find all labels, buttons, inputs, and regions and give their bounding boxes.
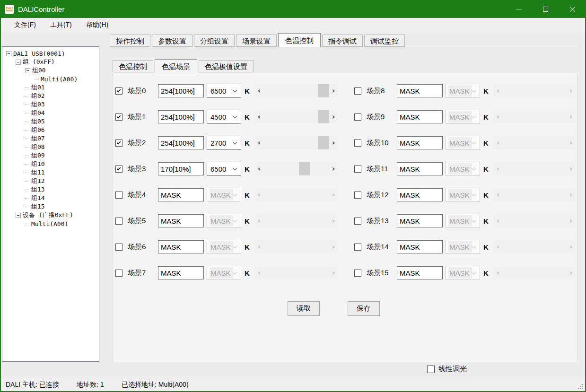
tree-item[interactable]: 组04 bbox=[2, 109, 99, 117]
tree-expander-icon[interactable] bbox=[16, 213, 21, 218]
sub-tab[interactable]: 色温控制 bbox=[113, 60, 153, 72]
scene-temp-scrollbar[interactable]: ‹ › bbox=[255, 110, 338, 123]
scrollbar-right-arrow-icon[interactable]: › bbox=[329, 84, 338, 97]
scrollbar-left-arrow-icon[interactable]: ‹ bbox=[255, 162, 263, 175]
main-tab[interactable]: 操作控制 bbox=[110, 35, 150, 47]
tree-item[interactable]: 组15 bbox=[2, 202, 99, 211]
scene-checkbox[interactable] bbox=[354, 166, 361, 173]
scene-level-input[interactable] bbox=[158, 240, 204, 253]
scene-temp-scrollbar[interactable]: ‹ › bbox=[255, 84, 338, 97]
tree-item[interactable]: 组00 bbox=[2, 66, 99, 75]
tree-item[interactable]: 组05 bbox=[2, 117, 99, 126]
menu-item[interactable]: 文件(F) bbox=[13, 20, 37, 30]
scrollbar-thumb[interactable] bbox=[318, 84, 329, 97]
tree-item[interactable]: 设备 (广播0xFF) bbox=[2, 211, 99, 219]
tree-item[interactable]: 组01 bbox=[2, 83, 99, 92]
scene-checkbox[interactable] bbox=[115, 244, 122, 251]
scene-temp-select[interactable]: 6500 bbox=[207, 162, 241, 176]
scene-level-input[interactable] bbox=[158, 84, 204, 97]
scene-temp-scrollbar[interactable]: ‹ › bbox=[255, 136, 338, 149]
tree-item[interactable]: 组02 bbox=[2, 92, 99, 100]
tree-item[interactable]: Multi(A00) bbox=[2, 219, 99, 228]
scene-checkbox[interactable] bbox=[354, 113, 361, 121]
scrollbar-right-arrow-icon[interactable]: › bbox=[329, 136, 338, 149]
main-tab[interactable]: 调试监控 bbox=[364, 35, 405, 47]
scene-checkbox[interactable] bbox=[115, 166, 122, 173]
scene-level-input[interactable] bbox=[397, 110, 443, 123]
scene-temp-select[interactable]: 2700 bbox=[207, 136, 241, 150]
scene-row: 场景7 MASK K ‹ › bbox=[115, 266, 338, 280]
main-tab[interactable]: 参数设置 bbox=[152, 35, 192, 47]
scene-checkbox[interactable] bbox=[354, 244, 361, 251]
tree-item[interactable]: 组14 bbox=[2, 194, 99, 202]
tree-item[interactable]: 组09 bbox=[2, 151, 99, 160]
tree-item[interactable]: DALI USB(0001) bbox=[2, 49, 99, 58]
sub-tab[interactable]: 色温场景 bbox=[155, 59, 197, 73]
main-tab[interactable]: 分组设置 bbox=[194, 35, 235, 47]
tree-expander-icon[interactable] bbox=[16, 60, 21, 65]
tree-item[interactable]: 组10 bbox=[2, 160, 99, 168]
resize-grip[interactable] bbox=[578, 384, 583, 389]
close-button[interactable] bbox=[559, 0, 586, 18]
linear-dimming-option[interactable]: 线性调光 bbox=[427, 365, 467, 374]
scrollbar-thumb[interactable] bbox=[299, 162, 310, 175]
scrollbar-left-arrow-icon[interactable]: ‹ bbox=[255, 84, 263, 97]
scene-level-input[interactable] bbox=[158, 214, 204, 227]
tree-item[interactable]: 组07 bbox=[2, 134, 99, 143]
scene-level-input[interactable] bbox=[397, 240, 443, 253]
save-button[interactable]: 保存 bbox=[348, 301, 380, 316]
main-tab[interactable]: 色温控制 bbox=[278, 33, 321, 47]
scene-temp-select[interactable]: 4500 bbox=[207, 110, 241, 124]
tree-item[interactable]: 组08 bbox=[2, 143, 99, 151]
scene-checkbox[interactable] bbox=[115, 218, 122, 225]
tree-item[interactable]: 组13 bbox=[2, 185, 99, 194]
tree-item[interactable]: 组11 bbox=[2, 168, 99, 177]
minimize-button[interactable] bbox=[505, 0, 532, 18]
scene-checkbox[interactable] bbox=[115, 139, 122, 147]
scene-level-input[interactable] bbox=[397, 162, 443, 175]
main-tab[interactable]: 指令调试 bbox=[322, 35, 363, 47]
scrollbar-right-arrow-icon[interactable]: › bbox=[329, 162, 338, 175]
scene-level-input[interactable] bbox=[158, 162, 204, 175]
scene-checkbox[interactable] bbox=[115, 270, 122, 277]
scene-checkbox[interactable] bbox=[115, 192, 122, 199]
scene-checkbox[interactable] bbox=[354, 218, 361, 225]
chevron-down-icon bbox=[472, 166, 476, 171]
scene-level-input[interactable] bbox=[397, 84, 443, 97]
tree-item[interactable]: 组06 bbox=[2, 126, 99, 134]
scene-level-input[interactable] bbox=[158, 136, 204, 149]
read-button[interactable]: 读取 bbox=[288, 301, 320, 316]
scrollbar-right-arrow-icon[interactable]: › bbox=[329, 110, 338, 123]
menu-item[interactable]: 工具(T) bbox=[49, 20, 73, 30]
menu-item[interactable]: 帮助(H) bbox=[85, 20, 110, 30]
tree-item[interactable]: 组03 bbox=[2, 100, 99, 109]
scene-temp-scrollbar[interactable]: ‹ › bbox=[255, 162, 338, 175]
maximize-button[interactable] bbox=[532, 0, 559, 18]
scene-level-input[interactable] bbox=[158, 110, 204, 123]
scrollbar-thumb[interactable] bbox=[318, 136, 329, 149]
scene-level-input[interactable] bbox=[397, 266, 443, 279]
tree-item[interactable]: 组 (0xFF) bbox=[2, 58, 99, 66]
linear-dimming-checkbox[interactable] bbox=[427, 366, 435, 373]
scene-level-input[interactable] bbox=[397, 214, 443, 227]
scene-checkbox[interactable] bbox=[115, 87, 122, 95]
scene-level-input[interactable] bbox=[158, 266, 204, 279]
scene-level-input[interactable] bbox=[158, 188, 204, 201]
scene-level-input[interactable] bbox=[397, 136, 443, 149]
scene-level-input[interactable] bbox=[397, 188, 443, 201]
tree-item[interactable]: 组12 bbox=[2, 177, 99, 185]
tree-item[interactable]: Multi(A00) bbox=[2, 75, 99, 83]
sub-tab[interactable]: 色温极值设置 bbox=[199, 60, 254, 72]
scene-checkbox[interactable] bbox=[354, 270, 361, 277]
tree-expander-icon[interactable] bbox=[25, 68, 30, 73]
scrollbar-left-arrow-icon[interactable]: ‹ bbox=[255, 110, 263, 123]
scene-checkbox[interactable] bbox=[115, 113, 122, 121]
scene-checkbox[interactable] bbox=[354, 87, 361, 95]
scrollbar-left-arrow-icon[interactable]: ‹ bbox=[255, 136, 263, 149]
tree-expander-icon[interactable] bbox=[6, 51, 11, 56]
scrollbar-thumb[interactable] bbox=[318, 110, 329, 123]
scene-checkbox[interactable] bbox=[354, 192, 361, 199]
scene-temp-select[interactable]: 6500 bbox=[207, 84, 241, 98]
scene-checkbox[interactable] bbox=[354, 139, 361, 147]
main-tab[interactable]: 场景设置 bbox=[236, 35, 277, 47]
